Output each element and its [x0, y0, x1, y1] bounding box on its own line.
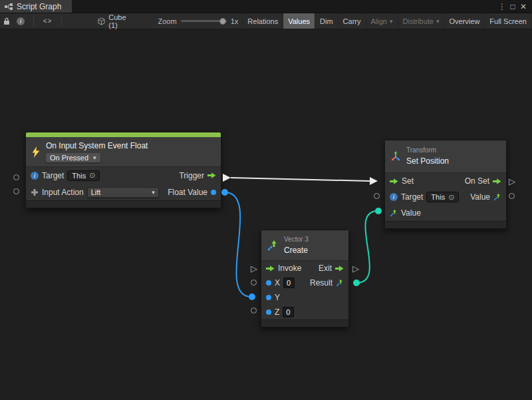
graph-toolbar: i <> Cube (1) Zoom 1x Relations Values D…	[0, 13, 532, 29]
input-action-dropdown[interactable]: Lift ▾	[87, 187, 159, 198]
event-mode-value: On Pressed	[50, 154, 88, 162]
zoom-slider-knob[interactable]	[219, 18, 226, 25]
node-vector3-create[interactable]: Vector 3 Create Invoke Exit X 0 Result	[261, 230, 349, 327]
zoom-slider[interactable]	[181, 17, 227, 25]
distribute-button-label: Distribute	[403, 17, 434, 25]
object-picker-icon: ⊙	[448, 194, 454, 201]
graph-target-label: Cube (1)	[108, 13, 128, 29]
graph-target-selector[interactable]: Cube (1)	[94, 13, 132, 29]
vector3-type-icon	[493, 193, 501, 201]
port-vector3-exit-out[interactable]: ▷	[352, 264, 359, 273]
node-category: Vector 3	[284, 236, 309, 244]
set-port-label: Set	[402, 176, 414, 186]
window-controls: ⋮ □ ✕	[497, 0, 532, 13]
values-button-label: Values	[288, 17, 310, 25]
node-footer	[26, 200, 221, 208]
on-set-port-label: On Set	[465, 176, 489, 186]
float-type-icon	[266, 280, 271, 286]
script-graph-icon	[5, 3, 13, 10]
x-value-field[interactable]: 0	[283, 278, 295, 288]
port-transform-value-in[interactable]	[375, 208, 382, 214]
target-port-label: Target	[42, 171, 64, 180]
window-menu-button[interactable]: ⋮	[497, 1, 507, 13]
close-button[interactable]: ✕	[518, 1, 529, 13]
vector3-node-body: Invoke Exit X 0 Result	[261, 260, 348, 319]
relations-button-label: Relations	[247, 17, 278, 25]
float-type-icon	[211, 190, 216, 195]
event-target-row: i Target This ⊙ Trigger	[26, 167, 221, 184]
vector3-x-row: X 0 Result	[261, 276, 348, 290]
event-mode-dropdown[interactable]: On Pressed ▾	[46, 153, 100, 162]
port-vector3-result-out[interactable]	[353, 280, 360, 286]
port-vector3-x-in[interactable]	[251, 280, 257, 286]
node-on-input-system-event-float[interactable]: On Input System Event Float On Pressed ▾…	[25, 132, 221, 208]
port-transform-target-in[interactable]	[374, 193, 380, 199]
port-event-trigger-out[interactable]	[223, 174, 231, 182]
vector3-type-icon	[390, 209, 398, 217]
info-icon[interactable]: i	[13, 13, 28, 29]
transform-target-row: i Target This ⊙ Value	[385, 189, 506, 205]
window-titlebar: Script Graph ⋮ □ ✕	[0, 0, 532, 13]
port-event-target-in[interactable]	[13, 174, 19, 180]
target-port-label: Target	[401, 192, 423, 202]
tab-script-graph[interactable]: Script Graph	[0, 0, 72, 13]
value-in-port-label: Value	[401, 208, 421, 218]
gameobject-icon: i	[31, 172, 39, 180]
relations-button[interactable]: Relations	[242, 13, 283, 29]
dim-button[interactable]: Dim	[315, 13, 338, 29]
flow-arrow-icon	[493, 178, 501, 185]
target-object-value: This	[431, 193, 445, 201]
toolbar-divider	[33, 16, 34, 26]
vector3-z-row: Z 0	[261, 305, 348, 319]
carry-button[interactable]: Carry	[338, 13, 366, 29]
port-transform-onset-out[interactable]: ▷	[509, 177, 515, 186]
node-footer	[385, 221, 506, 228]
lock-icon[interactable]	[0, 13, 13, 29]
event-input-action-row: Input Action Lift ▾ Float Value	[26, 184, 221, 200]
port-transform-value-out[interactable]	[509, 193, 515, 199]
float-type-icon	[266, 295, 271, 300]
align-dropdown-button[interactable]: Align ▾	[366, 13, 398, 29]
distribute-dropdown-button[interactable]: Distribute ▾	[398, 13, 444, 29]
float-type-icon	[266, 309, 271, 315]
node-title: Create	[284, 246, 309, 256]
result-port-label: Result	[310, 278, 332, 288]
trigger-port-label: Trigger	[179, 171, 204, 180]
port-vector3-y-in[interactable]	[249, 294, 255, 300]
flow-arrow-icon	[207, 172, 216, 179]
lightning-icon	[31, 146, 41, 158]
target-object-field[interactable]: This ⊙	[426, 192, 459, 202]
node-footer	[261, 319, 348, 327]
invoke-port-label: Invoke	[278, 264, 301, 273]
maximize-button[interactable]: □	[507, 1, 518, 13]
event-accent-bar	[26, 132, 221, 137]
code-view-icon[interactable]: <>	[39, 17, 57, 25]
vector3-invoke-row: Invoke Exit	[261, 261, 348, 276]
node-category: Transform	[406, 146, 449, 154]
align-button-label: Align	[371, 17, 387, 25]
fullscreen-button[interactable]: Full Screen	[484, 13, 532, 29]
chevron-down-icon: ▾	[152, 189, 155, 196]
port-event-inputaction-in[interactable]	[13, 188, 19, 194]
port-vector3-invoke-in[interactable]: ▷	[251, 264, 257, 273]
values-button[interactable]: Values	[283, 13, 315, 29]
fullscreen-button-label: Full Screen	[489, 17, 527, 25]
z-value-field[interactable]: 0	[283, 307, 294, 317]
target-object-field[interactable]: This ⊙	[67, 170, 100, 181]
node-title: On Input System Event Float	[46, 141, 148, 151]
tab-title: Script Graph	[17, 2, 61, 11]
event-node-body: i Target This ⊙ Trigger Input Action Lif…	[26, 166, 221, 200]
toolbar-divider	[61, 16, 62, 26]
flow-arrow-icon	[266, 265, 275, 272]
transform-icon	[390, 151, 401, 162]
vector3-icon	[267, 240, 279, 252]
overview-button[interactable]: Overview	[444, 13, 485, 29]
target-object-value: This	[72, 172, 86, 180]
node-transform-set-position[interactable]: Transform Set Position Set On Set i Targ…	[384, 140, 507, 229]
vector3-y-row: Y	[261, 290, 348, 305]
port-event-floatvalue-out[interactable]	[221, 189, 228, 196]
port-transform-set-in[interactable]	[370, 177, 378, 185]
port-vector3-z-in[interactable]	[251, 307, 257, 313]
node-title: Set Position	[406, 156, 449, 166]
gameobject-icon: i	[390, 193, 398, 201]
